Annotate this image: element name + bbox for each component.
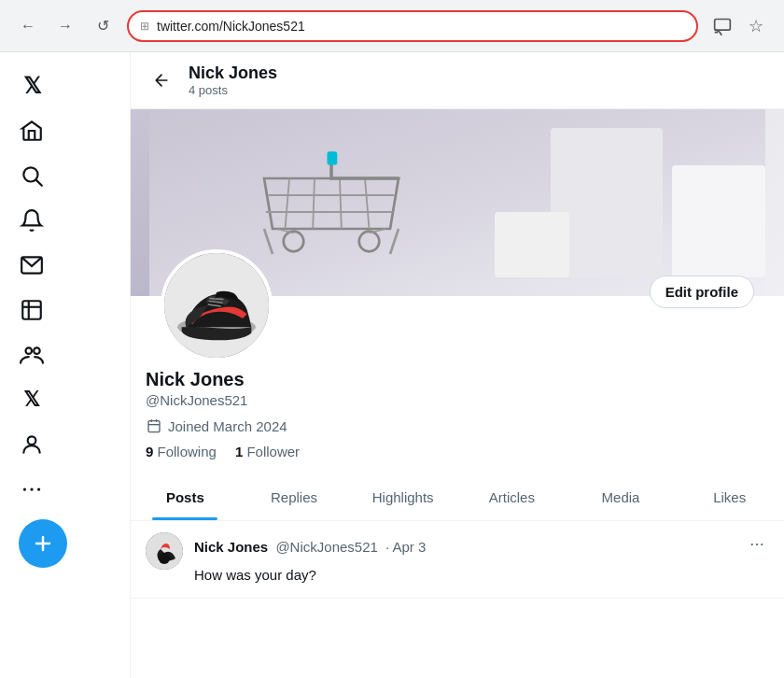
sidebar: 𝕏 bbox=[0, 52, 131, 678]
sidebar-item-profile[interactable] bbox=[0, 422, 130, 467]
svg-point-40 bbox=[159, 553, 170, 564]
profile-joined: Joined March 2024 bbox=[146, 417, 769, 434]
post-text: How was your day? bbox=[194, 565, 769, 586]
profile-tabs: Posts Replies Highlights Articles Media … bbox=[131, 474, 784, 521]
sidebar-item-search[interactable] bbox=[0, 153, 130, 198]
communities-icon bbox=[19, 342, 45, 368]
profile-info: Nick Jones @NickJones521 Joined March 20… bbox=[131, 361, 784, 459]
sidebar-item-bookmarks[interactable] bbox=[0, 288, 130, 332]
profile-username: @NickJones521 bbox=[146, 392, 769, 408]
svg-point-8 bbox=[34, 347, 39, 354]
profile-display-name: Nick Jones bbox=[146, 369, 769, 390]
post-avatar bbox=[146, 532, 183, 570]
edit-profile-section: Edit profile bbox=[635, 264, 769, 308]
following-label: Following bbox=[158, 444, 217, 459]
follower-label: Follower bbox=[246, 444, 300, 459]
sidebar-item-messages[interactable] bbox=[0, 243, 130, 288]
bell-icon bbox=[19, 207, 45, 233]
post-author-name: Nick Jones bbox=[194, 539, 268, 555]
refresh-nav-button[interactable]: ↺ bbox=[90, 13, 116, 39]
address-icon: ⊞ bbox=[140, 20, 149, 33]
post-header: Nick Jones @NickJones521 · Apr 3 bbox=[194, 532, 769, 561]
browser-chrome: ← → ↺ ⊞ twitter.com/NickJones521 ☆ bbox=[0, 0, 784, 52]
tab-posts[interactable]: Posts bbox=[131, 474, 240, 520]
svg-rect-0 bbox=[715, 19, 731, 30]
svg-point-42 bbox=[756, 544, 758, 545]
profile-icon bbox=[19, 431, 45, 458]
svg-line-2 bbox=[36, 180, 42, 186]
svg-point-7 bbox=[26, 347, 33, 354]
svg-point-43 bbox=[761, 544, 763, 545]
back-button[interactable] bbox=[146, 64, 177, 96]
sidebar-item-notifications[interactable] bbox=[0, 198, 130, 243]
joined-text: Joined March 2024 bbox=[168, 418, 287, 434]
following-stat[interactable]: 9 Following bbox=[146, 444, 217, 459]
tab-likes[interactable]: Likes bbox=[675, 474, 784, 520]
sidebar-item-premium[interactable]: 𝕏 bbox=[0, 377, 130, 422]
tab-highlights[interactable]: Highlights bbox=[348, 474, 457, 520]
profile-header-name: Nick Jones bbox=[189, 64, 277, 83]
cast-button[interactable] bbox=[709, 13, 735, 39]
forward-nav-button[interactable]: → bbox=[52, 13, 78, 39]
app-layout: 𝕏 bbox=[0, 52, 784, 678]
tab-media[interactable]: Media bbox=[567, 474, 676, 520]
profile-header-info: Nick Jones 4 posts bbox=[189, 64, 277, 97]
svg-point-11 bbox=[30, 487, 33, 490]
post-content: Nick Jones @NickJones521 · Apr 3 How was… bbox=[194, 532, 769, 586]
avatar-edit-row: Edit profile bbox=[131, 249, 784, 361]
svg-rect-35 bbox=[148, 421, 160, 432]
tab-articles[interactable]: Articles bbox=[457, 474, 567, 520]
svg-line-32 bbox=[210, 299, 224, 300]
post-date: · Apr 3 bbox=[385, 539, 426, 555]
search-icon bbox=[19, 162, 45, 189]
svg-point-10 bbox=[23, 487, 26, 490]
follower-count: 1 bbox=[235, 444, 243, 459]
more-icon bbox=[19, 476, 45, 502]
envelope-icon bbox=[19, 252, 45, 278]
home-icon bbox=[19, 118, 45, 144]
x-premium-icon: 𝕏 bbox=[19, 387, 45, 413]
sidebar-item-communities[interactable] bbox=[0, 332, 130, 377]
sidebar-item-x-logo[interactable]: 𝕏 bbox=[0, 64, 130, 108]
bookmark-star-button[interactable]: ☆ bbox=[743, 13, 769, 39]
svg-point-9 bbox=[28, 436, 36, 445]
sidebar-item-more[interactable] bbox=[0, 467, 130, 512]
x-logo-icon: 𝕏 bbox=[19, 73, 45, 99]
follower-stat[interactable]: 1 Follower bbox=[235, 444, 300, 459]
edit-profile-button[interactable]: Edit profile bbox=[650, 275, 754, 308]
svg-point-12 bbox=[37, 487, 40, 490]
tab-replies[interactable]: Replies bbox=[240, 474, 349, 520]
post-author-handle: @NickJones521 bbox=[275, 539, 377, 555]
url-text: twitter.com/NickJones521 bbox=[157, 19, 305, 34]
svg-rect-22 bbox=[328, 151, 338, 164]
address-bar[interactable]: ⊞ twitter.com/NickJones521 bbox=[127, 10, 698, 42]
following-count: 9 bbox=[146, 444, 153, 459]
sidebar-item-home[interactable] bbox=[0, 108, 130, 153]
profile-header-posts: 4 posts bbox=[189, 83, 277, 97]
calendar-icon bbox=[146, 417, 162, 434]
profile-header-bar: Nick Jones 4 posts bbox=[131, 52, 784, 109]
profile-stats: 9 Following 1 Follower bbox=[146, 444, 769, 459]
main-content: Nick Jones 4 posts bbox=[131, 52, 784, 678]
back-nav-button[interactable]: ← bbox=[15, 13, 41, 39]
bookmark-icon bbox=[19, 297, 45, 323]
svg-point-41 bbox=[751, 544, 753, 545]
avatar-wrapper bbox=[161, 249, 273, 361]
browser-actions: ☆ bbox=[709, 13, 769, 39]
avatar bbox=[161, 249, 273, 361]
post-menu-button[interactable] bbox=[745, 532, 769, 561]
post-item: Nick Jones @NickJones521 · Apr 3 How was… bbox=[131, 521, 784, 599]
svg-rect-4 bbox=[22, 301, 41, 319]
post-author-line: Nick Jones @NickJones521 · Apr 3 bbox=[194, 539, 426, 555]
compose-button[interactable] bbox=[19, 519, 67, 568]
